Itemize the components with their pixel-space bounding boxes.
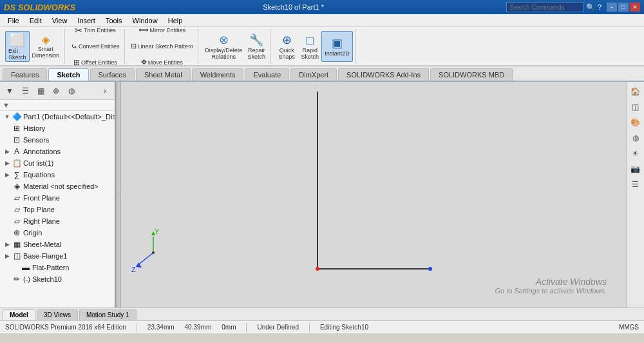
tree-item[interactable]: ▶◫Base-Flange1	[0, 250, 115, 262]
tree-item[interactable]: ▱Top Plane	[0, 204, 115, 215]
tree-item-icon: ∑	[12, 170, 22, 179]
linear-sketch-pattern-button[interactable]: ⊟ Linear Sketch Pattern	[129, 39, 196, 54]
part-root-item[interactable]: ▼ 🔷 Part1 (Default<<Default>_Display Sta…	[0, 111, 115, 122]
status-sep-3	[309, 323, 310, 332]
minimize-button[interactable]: −	[607, 3, 617, 12]
axis-z-label: Z	[131, 266, 136, 273]
tree-item-label: Origin	[23, 229, 42, 237]
tree-item[interactable]: ⊕Origin	[0, 227, 115, 239]
ft-list-view-icon[interactable]: ☰	[18, 84, 32, 98]
smart-dimension-button[interactable]: ◈ SmartDimension	[30, 31, 62, 62]
search-icon[interactable]: 🔍	[586, 3, 595, 12]
title-bar: DS SOLIDWORKS Sketch10 of Part1 * 🔍 ? − …	[0, 0, 644, 14]
tree-item-icon: ⊡	[12, 135, 22, 144]
ft-filter-icon[interactable]: ▼	[3, 84, 17, 98]
editing-sketch-label: Editing Sketch10	[320, 324, 368, 331]
tree-item[interactable]: ⊡Sensors	[0, 134, 115, 146]
bottom-tab-model[interactable]: Model	[3, 309, 35, 320]
tree-item[interactable]: ▬Flat-Pattern	[0, 262, 115, 273]
help-icon[interactable]: ?	[598, 3, 601, 11]
tree-item[interactable]: ⊞History	[0, 122, 115, 134]
tree-item-label: Annotations	[23, 148, 61, 155]
move-entities-button[interactable]: ✥ Move Entities	[129, 55, 196, 70]
trim-entities-button[interactable]: ✂ Trim Entities	[69, 23, 122, 38]
tab-dimxpert[interactable]: DimXpert	[290, 68, 337, 81]
restore-button[interactable]: □	[618, 3, 629, 12]
tab-solidworks-mbd[interactable]: SOLIDWORKS MBD	[430, 68, 513, 81]
units-indicator: MMGS	[619, 324, 639, 331]
convert-entities-button[interactable]: ⤿ Convert Entities	[69, 39, 122, 54]
tree-item-label: Flat-Pattern	[32, 264, 69, 271]
rp-task-icon[interactable]: ☰	[629, 177, 643, 191]
ft-more-icon[interactable]: ›	[98, 84, 112, 98]
tree-item-label: Equations	[23, 171, 55, 179]
instant2d-button[interactable]: ▣ Instant2D	[321, 31, 353, 62]
window-controls[interactable]: − □ ✕	[607, 3, 640, 12]
tab-sketch[interactable]: Sketch	[48, 68, 88, 81]
main-area: ▼ ☰ ▦ ⊕ ◍ › ▼ ▼ 🔷 Part1 (Default<<Defaul…	[0, 82, 644, 308]
tree-item[interactable]: ▶∑Equations	[0, 169, 115, 181]
right-side-panel: 🏠 ◫ 🎨 ◍ ☀ 📷 ☰	[626, 82, 644, 308]
close-button[interactable]: ✕	[630, 3, 640, 12]
offset-entities-button[interactable]: ⊞ Offset Entities	[69, 55, 122, 70]
menu-item-file[interactable]: File	[3, 15, 24, 26]
tree-item-label: Cut list(1)	[23, 159, 53, 167]
coord-x-item: 23.34mm	[147, 324, 175, 331]
tab-weldments[interactable]: Weldments	[192, 68, 244, 81]
tab-bar: FeaturesSketchSurfacesSheet MetalWeldmen…	[0, 66, 644, 82]
tab-surfaces[interactable]: Surfaces	[90, 68, 135, 81]
tree-item[interactable]: ▱Front Plane	[0, 192, 115, 204]
toolbar-group-main: ⬜ ExitSketch ◈ SmartDimension	[3, 29, 65, 64]
menu-item-edit[interactable]: Edit	[24, 15, 47, 26]
rp-appearance-icon[interactable]: 🎨	[629, 115, 643, 130]
tree-item-label: Material <not specified>	[23, 182, 99, 190]
tree-item-icon: ⊕	[12, 228, 22, 237]
status-sep-2	[246, 323, 247, 332]
bottom-tabs: Model3D ViewsMotion Study 1	[0, 308, 644, 320]
window-title: Sketch10 of Part1 *	[80, 3, 506, 11]
rp-lighting-icon[interactable]: ☀	[629, 146, 643, 161]
tree-item[interactable]: ✏(-) Sketch10	[0, 273, 115, 285]
tree-expander: ▶	[3, 253, 12, 259]
tree-item[interactable]: ▶▦Sheet-Metal	[0, 239, 115, 250]
exit-sketch-button[interactable]: ⬜ ExitSketch	[5, 31, 30, 62]
tree-item[interactable]: ▱Right Plane	[0, 215, 115, 227]
feature-tree-panel: ▼ ☰ ▦ ⊕ ◍ › ▼ ▼ 🔷 Part1 (Default<<Defaul…	[0, 82, 116, 308]
quick-snaps-button[interactable]: ⊕ QuickSnaps	[275, 31, 298, 62]
under-defined-label: Under Defined	[257, 324, 298, 331]
repair-sketch-button[interactable]: 🔧 RepairSketch	[245, 31, 268, 62]
rp-home-icon[interactable]: 🏠	[629, 84, 643, 99]
coord-x-value: 23.34mm	[147, 324, 175, 331]
bottom-tab-3d-views[interactable]: 3D Views	[37, 309, 78, 320]
part-name-label: Part1 (Default<<Default>_Display State	[23, 113, 115, 121]
tab-features[interactable]: Features	[3, 68, 47, 81]
ft-grid-view-icon[interactable]: ▦	[33, 84, 48, 98]
tab-sheet-metal[interactable]: Sheet Metal	[136, 68, 191, 81]
tree-expander: ▶	[3, 241, 12, 248]
tree-item[interactable]: ◈Material <not specified>	[0, 181, 115, 192]
display-delete-relations-button[interactable]: ⊗ Display/DeleteRelations	[202, 31, 245, 62]
sketch-canvas-area[interactable]: ↖ 🔍 ⊕ ✋ ↺ ⊟ □ ⊞ ◎ ◫ 👁 ✓ ⚙ 🖥 □ ◫ ✕ Exit S…	[121, 82, 626, 308]
rp-scene-icon[interactable]: ◍	[629, 131, 643, 145]
mirror-entities-button[interactable]: ⟺ Mirror Entities	[129, 23, 196, 38]
windows-watermark: Activate Windows Go to Settings to activ…	[495, 277, 607, 295]
tree-item-label: Sensors	[23, 136, 49, 144]
tree-item-label: Sheet-Metal	[23, 240, 61, 248]
rp-camera-icon[interactable]: 📷	[629, 162, 643, 176]
ft-chart-icon[interactable]: ◍	[64, 84, 79, 98]
rp-view-icon[interactable]: ◫	[629, 100, 643, 114]
toolbar-group-pattern: ⟺ Mirror Entities ⊟ Linear Sketch Patter…	[126, 29, 199, 64]
tree-item-label: (-) Sketch10	[23, 275, 62, 283]
tree-item-icon: A	[12, 147, 22, 156]
tab-evaluate[interactable]: Evaluate	[245, 68, 289, 81]
panel-divider[interactable]: ⋮	[116, 82, 121, 308]
rapid-sketch-button[interactable]: ◻ RapidSketch	[298, 31, 321, 62]
bottom-tab-motion-study-1[interactable]: Motion Study 1	[79, 309, 137, 320]
ft-target-icon[interactable]: ⊕	[49, 84, 63, 98]
tab-solidworks-add-ins[interactable]: SOLIDWORKS Add-Ins	[338, 68, 429, 81]
tree-item[interactable]: ▶📋Cut list(1)	[0, 157, 115, 169]
search-input[interactable]	[506, 2, 583, 12]
tree-item[interactable]: ▶AAnnotations	[0, 146, 115, 157]
feature-tree-toolbar: ▼ ☰ ▦ ⊕ ◍ ›	[0, 82, 115, 100]
svg-rect-0	[121, 82, 626, 308]
